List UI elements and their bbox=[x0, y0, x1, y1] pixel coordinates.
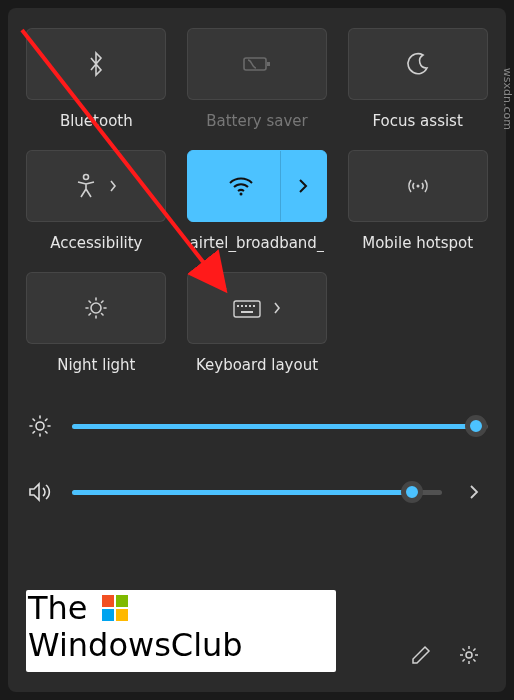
windows-flag-icon bbox=[102, 595, 128, 621]
watermark-line2: WindowsClub bbox=[28, 626, 243, 664]
volume-fill bbox=[72, 490, 412, 495]
svg-point-2 bbox=[84, 175, 89, 180]
moon-icon bbox=[405, 51, 431, 77]
brightness-icon bbox=[26, 414, 54, 438]
svg-point-5 bbox=[91, 303, 101, 313]
tile-battery-wrap: Battery saver bbox=[187, 28, 328, 130]
settings-button[interactable] bbox=[458, 644, 480, 666]
volume-slider-row bbox=[26, 480, 488, 504]
svg-rect-6 bbox=[234, 301, 260, 317]
svg-rect-9 bbox=[245, 305, 247, 307]
tile-focus-wrap: Focus assist bbox=[347, 28, 488, 130]
tile-night-light[interactable] bbox=[26, 272, 166, 344]
gear-icon bbox=[458, 644, 480, 666]
bluetooth-icon bbox=[85, 50, 107, 78]
volume-slider[interactable] bbox=[72, 490, 442, 495]
tile-bluetooth-label: Bluetooth bbox=[60, 112, 133, 130]
tile-nightlight-wrap: Night light bbox=[26, 272, 167, 374]
volume-icon bbox=[26, 480, 54, 504]
chevron-right-icon bbox=[272, 301, 282, 315]
volume-expand-button[interactable] bbox=[460, 484, 488, 500]
tile-wifi-label: airtel_broadband_ bbox=[190, 234, 325, 252]
tile-bluetooth-wrap: Bluetooth bbox=[26, 28, 167, 130]
night-light-icon bbox=[83, 295, 109, 321]
wifi-icon bbox=[213, 175, 255, 197]
tile-keyboard-layout[interactable] bbox=[187, 272, 327, 344]
hotspot-icon bbox=[404, 174, 432, 198]
pencil-icon bbox=[410, 644, 432, 666]
accessibility-icon bbox=[74, 173, 118, 199]
chevron-right-icon bbox=[468, 484, 480, 500]
tile-hotspot-wrap: Mobile hotspot bbox=[347, 150, 488, 252]
sliders-section bbox=[26, 414, 488, 504]
tile-accessibility-label: Accessibility bbox=[50, 234, 142, 252]
tile-battery-label: Battery saver bbox=[206, 112, 308, 130]
tile-wifi-wrap: airtel_broadband_ bbox=[187, 150, 328, 252]
watermark-logo: The WindowsClub bbox=[26, 590, 336, 672]
tile-wifi[interactable] bbox=[187, 150, 327, 222]
svg-rect-7 bbox=[237, 305, 239, 307]
source-watermark: wsxdn.com bbox=[501, 68, 514, 130]
svg-rect-1 bbox=[267, 62, 270, 66]
tile-mobile-hotspot[interactable] bbox=[348, 150, 488, 222]
tile-wifi-expand[interactable] bbox=[280, 151, 326, 221]
quick-settings-panel: Bluetooth Battery saver bbox=[8, 8, 506, 692]
footer-icons bbox=[410, 644, 488, 672]
brightness-slider[interactable] bbox=[72, 424, 488, 429]
tile-focus-assist[interactable] bbox=[348, 28, 488, 100]
tile-nightlight-label: Night light bbox=[57, 356, 135, 374]
battery-saver-icon bbox=[242, 54, 272, 74]
watermark-line1: The bbox=[28, 589, 88, 627]
tile-hotspot-label: Mobile hotspot bbox=[362, 234, 473, 252]
svg-rect-8 bbox=[241, 305, 243, 307]
footer: The WindowsClub bbox=[26, 544, 488, 672]
volume-thumb[interactable] bbox=[401, 481, 423, 503]
tiles-grid: Bluetooth Battery saver bbox=[26, 28, 488, 374]
brightness-fill bbox=[72, 424, 476, 429]
svg-rect-12 bbox=[241, 311, 253, 313]
svg-point-4 bbox=[416, 185, 419, 188]
tile-keyboard-label: Keyboard layout bbox=[196, 356, 318, 374]
svg-rect-10 bbox=[249, 305, 251, 307]
tile-accessibility[interactable] bbox=[26, 150, 166, 222]
tile-accessibility-wrap: Accessibility bbox=[26, 150, 167, 252]
tile-battery-saver[interactable] bbox=[187, 28, 327, 100]
svg-rect-11 bbox=[253, 305, 255, 307]
svg-point-14 bbox=[466, 652, 472, 658]
tile-keyboard-wrap: Keyboard layout bbox=[187, 272, 328, 374]
svg-point-3 bbox=[239, 193, 242, 196]
svg-point-13 bbox=[36, 422, 44, 430]
keyboard-icon bbox=[232, 297, 282, 319]
chevron-right-icon bbox=[108, 179, 118, 193]
edit-button[interactable] bbox=[410, 644, 432, 666]
brightness-thumb[interactable] bbox=[465, 415, 487, 437]
tile-focus-label: Focus assist bbox=[373, 112, 463, 130]
chevron-right-icon bbox=[297, 178, 309, 194]
tile-bluetooth[interactable] bbox=[26, 28, 166, 100]
brightness-slider-row bbox=[26, 414, 488, 438]
